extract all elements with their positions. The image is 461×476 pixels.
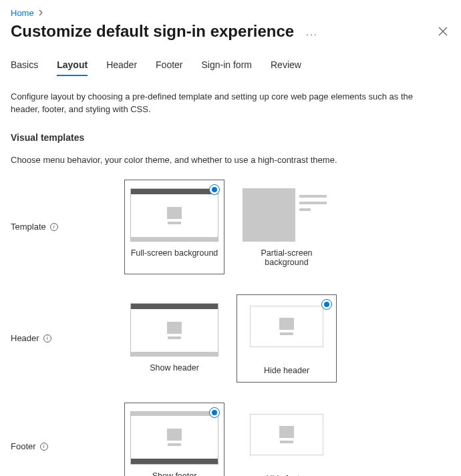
template-full-caption: Full-screen background — [130, 248, 218, 258]
more-actions-button[interactable]: ··· — [303, 29, 321, 39]
visual-templates-desc: Choose menu behavior, your color theme, … — [11, 155, 450, 165]
template-partial-caption: Partial-screen background — [243, 248, 331, 267]
header-show-thumbnail — [130, 303, 218, 356]
header-label: Header — [11, 333, 39, 343]
template-label: Template — [11, 222, 46, 232]
radio-selected-icon — [209, 407, 220, 418]
title-group: Customize default sign-in experience ··· — [11, 22, 321, 41]
template-partial-thumbnail — [243, 188, 331, 242]
header-show-caption: Show header — [130, 363, 218, 373]
visual-templates-heading: Visual templates — [11, 132, 450, 143]
footer-label-group: Footer i — [11, 441, 124, 451]
radio-selected-icon — [321, 299, 332, 310]
tab-layout[interactable]: Layout — [57, 59, 88, 75]
template-option-partial[interactable]: Partial-screen background — [237, 180, 337, 274]
tab-header[interactable]: Header — [106, 59, 137, 75]
page-header: Customize default sign-in experience ··· — [11, 22, 450, 41]
header-options: Show header Hide header — [124, 294, 337, 383]
info-icon[interactable]: i — [50, 223, 58, 231]
template-row: Template i Full-screen background — [11, 180, 450, 274]
page-title: Customize default sign-in experience — [11, 22, 294, 41]
tab-signin-form[interactable]: Sign-in form — [202, 59, 252, 75]
radio-selected-icon — [209, 184, 220, 195]
header-option-hide[interactable]: Hide header — [237, 294, 337, 383]
template-label-group: Template i — [11, 222, 124, 232]
footer-option-show[interactable]: Show footer — [124, 403, 224, 476]
close-button[interactable] — [436, 24, 450, 39]
footer-label: Footer — [11, 441, 36, 451]
header-row: Header i Show header Hide header — [11, 294, 450, 383]
tab-basics[interactable]: Basics — [11, 59, 38, 75]
footer-show-thumbnail — [130, 411, 218, 465]
header-hide-caption: Hide header — [243, 366, 331, 375]
layout-description: Configure layout by choosing a pre-defin… — [11, 91, 444, 116]
header-label-group: Header i — [11, 333, 124, 343]
tab-footer[interactable]: Footer — [156, 59, 182, 75]
tabs: Basics Layout Header Footer Sign-in form… — [11, 59, 450, 76]
template-full-thumbnail — [130, 188, 218, 242]
header-option-show[interactable]: Show header — [124, 294, 224, 383]
footer-row: Footer i Show footer Hide footer — [11, 403, 450, 476]
chevron-right-icon — [38, 8, 43, 18]
footer-hide-thumbnail — [243, 414, 331, 467]
tab-review[interactable]: Review — [271, 59, 301, 75]
template-options: Full-screen background Partial-screen ba… — [124, 180, 337, 274]
template-option-full[interactable]: Full-screen background — [124, 180, 224, 274]
footer-option-hide[interactable]: Hide footer — [237, 403, 337, 476]
footer-options: Show footer Hide footer — [124, 403, 337, 476]
breadcrumb: Home — [11, 8, 450, 18]
header-hide-thumbnail — [243, 306, 331, 359]
footer-show-caption: Show footer — [130, 471, 218, 476]
breadcrumb-home-link[interactable]: Home — [11, 8, 34, 18]
info-icon[interactable]: i — [40, 443, 48, 451]
info-icon[interactable]: i — [43, 334, 51, 342]
